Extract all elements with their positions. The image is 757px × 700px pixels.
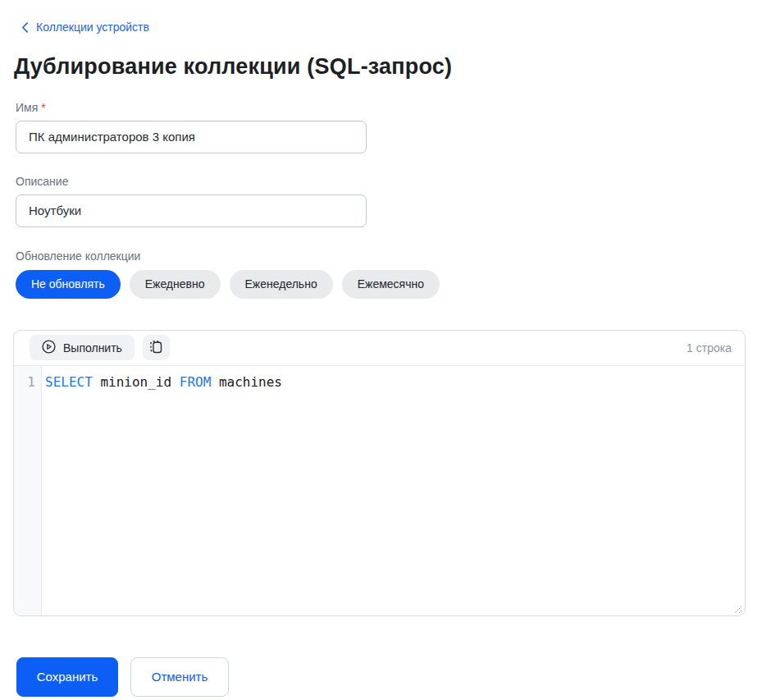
description-input[interactable] [16,194,367,227]
sql-editor-panel: Выполнить 1 строка 1 SELECT minion_id FR… [13,330,746,616]
sql-identifier: minion_id [93,374,180,390]
copy-icon [148,339,164,357]
sql-keyword: SELECT [45,374,93,390]
copy-query-button[interactable] [143,335,170,360]
run-query-button-label: Выполнить [63,341,122,355]
sql-editor-toolbar: Выполнить 1 строка [14,331,745,366]
sql-code-editor[interactable]: 1 SELECT minion_id FROM machines [14,366,745,615]
line-count-label: 1 строка [686,341,732,355]
back-link-device-collections[interactable]: Коллекции устройств [21,21,149,34]
name-input[interactable] [16,121,367,153]
back-link-label: Коллекции устройств [36,21,149,34]
line-number-gutter: 1 [14,366,42,615]
sql-identifier: machines [211,374,282,390]
page-title: Дублирование коллекции (SQL-запрос) [14,54,745,80]
description-field-label: Описание [16,175,367,188]
chevron-left-icon [21,22,29,33]
name-field-label: Имя * [16,101,367,114]
refresh-option-monthly[interactable]: Ежемесячно [342,270,440,299]
refresh-option-daily[interactable]: Ежедневно [130,270,221,299]
sql-code-line[interactable]: SELECT minion_id FROM machines [42,366,745,615]
footer-actions: Сохранить Отменить [16,657,745,697]
save-button[interactable]: Сохранить [16,657,118,697]
description-field-group: Описание [16,175,367,227]
duplicate-collection-page: Коллекции устройств Дублирование коллекц… [0,0,757,697]
resize-handle-icon[interactable] [732,602,742,613]
play-icon [42,340,56,356]
refresh-section-label: Обновление коллекции [16,249,745,263]
refresh-option-no-update[interactable]: Не обновлять [16,270,121,299]
cancel-button[interactable]: Отменить [130,657,229,697]
required-asterisk: * [41,101,45,114]
refresh-option-weekly[interactable]: Еженедельно [230,270,333,299]
line-number: 1 [14,373,35,391]
name-field-group: Имя * [16,101,367,153]
refresh-option-group: Не обновлять Ежедневно Еженедельно Ежеме… [16,270,745,299]
sql-keyword: FROM [180,374,212,390]
run-query-button[interactable]: Выполнить [30,335,135,360]
